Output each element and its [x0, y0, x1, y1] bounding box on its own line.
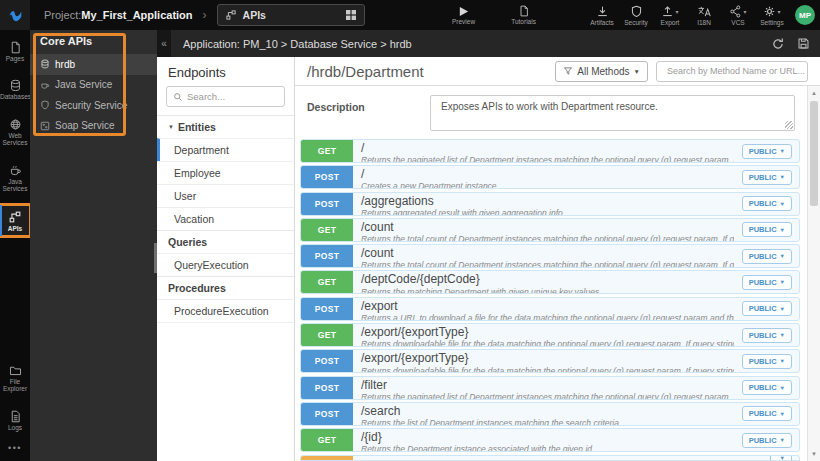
- core-api-item-hrdb[interactable]: hrdb: [30, 54, 157, 75]
- sidebar-item-file-explorer[interactable]: File Explorer: [0, 359, 30, 397]
- section-entities[interactable]: ▼ Entities: [157, 115, 294, 138]
- more-options-button[interactable]: •••: [0, 435, 30, 461]
- scrollbar-thumb[interactable]: [810, 101, 818, 206]
- chevron-down-icon: ▾: [777, 8, 780, 15]
- preview-button[interactable]: Preview: [447, 0, 481, 30]
- section-queries[interactable]: Queries: [157, 230, 294, 253]
- core-panel-scrollbar-thumb[interactable]: [154, 243, 157, 273]
- breadcrumb-bar: « Application: PM_10 > Database Service …: [157, 30, 820, 57]
- access-dropdown[interactable]: ▼: [770, 455, 792, 461]
- endpoints-search-input[interactable]: Search...: [166, 86, 285, 107]
- endpoint-row[interactable]: GET /export/{exportType} Returns downloa…: [300, 323, 800, 347]
- vertical-scrollbar[interactable]: ▲ ▼: [807, 86, 820, 461]
- endpoint-row[interactable]: GET /deptCode/{deptCode} Returns the mat…: [300, 270, 800, 294]
- access-dropdown-label: PUBLIC: [749, 252, 777, 261]
- resize-grip[interactable]: [785, 121, 793, 129]
- endpoint-info: /search Returns the list of Department i…: [353, 403, 742, 425]
- user-avatar[interactable]: MP: [795, 5, 815, 25]
- sidebar-item-web-services[interactable]: Web Services: [0, 113, 30, 151]
- endpoint-row[interactable]: GET /count Returns the total count of De…: [300, 218, 800, 242]
- wavemaker-logo[interactable]: [0, 0, 30, 30]
- access-dropdown[interactable]: PUBLIC ▼: [742, 301, 792, 316]
- entity-item-department[interactable]: Department: [157, 138, 294, 161]
- core-api-item-soap-service[interactable]: Soap Service: [30, 116, 157, 137]
- method-search-placeholder: Search by Method Name or URL...: [667, 66, 805, 76]
- log-file-icon: [9, 410, 22, 423]
- query-item-queryexecution[interactable]: QueryExecution: [157, 253, 294, 276]
- access-dropdown[interactable]: PUBLIC ▼: [742, 249, 792, 264]
- methods-filter-dropdown[interactable]: All Methods ▼: [555, 61, 648, 82]
- procedure-item-procedureexecution[interactable]: ProcedureExecution: [157, 299, 294, 322]
- access-dropdown[interactable]: PUBLIC ▼: [742, 222, 792, 237]
- method-badge: POST: [301, 377, 353, 399]
- grid-icon[interactable]: [345, 9, 357, 21]
- endpoints-search-placeholder: Search...: [187, 91, 225, 102]
- chevron-down-icon: ▾: [675, 8, 678, 15]
- vcs-button[interactable]: ▾ VCS: [721, 0, 755, 30]
- search-icon: [173, 92, 183, 102]
- endpoint-row[interactable]: POST /count Returns the total count of D…: [300, 244, 800, 268]
- endpoint-row[interactable]: ▼: [300, 455, 800, 461]
- caret-down-icon: ▼: [780, 253, 785, 259]
- export-button[interactable]: ▾ Export: [653, 0, 687, 30]
- endpoint-path: /deptCode/{deptCode}: [361, 273, 734, 286]
- endpoint-row[interactable]: POST /filter Returns the paginated list …: [300, 376, 800, 400]
- sidebar-item-pages[interactable]: Pages: [0, 36, 30, 66]
- settings-button[interactable]: ▾ Settings: [755, 0, 789, 30]
- gear-icon: [763, 5, 776, 18]
- collapse-panel-button[interactable]: «: [157, 30, 171, 57]
- access-dropdown[interactable]: PUBLIC ▼: [742, 406, 792, 421]
- section-procedures[interactable]: Procedures: [157, 276, 294, 299]
- entity-item-user[interactable]: User: [157, 184, 294, 207]
- access-dropdown[interactable]: PUBLIC ▼: [742, 170, 792, 185]
- core-api-item-security-service[interactable]: Security Service: [30, 95, 157, 116]
- project-label: Project:: [44, 9, 81, 21]
- entity-item-vacation[interactable]: Vacation: [157, 207, 294, 230]
- tab-apis-label: APIs: [243, 9, 266, 21]
- refresh-button[interactable]: [771, 37, 785, 51]
- coffee-icon: [40, 80, 50, 90]
- endpoint-description: Returns the total count of Department in…: [361, 260, 734, 267]
- security-button[interactable]: Security: [619, 0, 653, 30]
- core-apis-list: hrdb Java Service Security Service: [30, 54, 157, 136]
- access-dropdown[interactable]: PUBLIC ▼: [742, 328, 792, 343]
- refresh-icon: [771, 37, 785, 51]
- access-dropdown[interactable]: PUBLIC ▼: [742, 380, 792, 395]
- caret-down-icon: ▼: [780, 201, 785, 207]
- access-dropdown[interactable]: PUBLIC ▼: [742, 275, 792, 290]
- save-button[interactable]: [797, 37, 810, 50]
- endpoint-row[interactable]: POST / Creates a new Department instance…: [300, 165, 800, 189]
- project-name: My_First_Application: [81, 9, 192, 21]
- sidebar-item-databases[interactable]: Databases: [0, 74, 30, 104]
- scroll-up-arrow[interactable]: ▲: [808, 88, 820, 98]
- access-dropdown[interactable]: PUBLIC ▼: [742, 433, 792, 448]
- method-search-input[interactable]: Search by Method Name or URL...: [656, 61, 808, 82]
- core-api-item-java-service[interactable]: Java Service: [30, 75, 157, 96]
- endpoint-row[interactable]: POST /search Returns the list of Departm…: [300, 402, 800, 426]
- sidebar-item-apis[interactable]: APIs: [0, 205, 30, 236]
- access-dropdown[interactable]: PUBLIC ▼: [742, 144, 792, 159]
- endpoint-row[interactable]: POST /export/{exportType} Returns downlo…: [300, 349, 800, 373]
- caret-down-icon: ▼: [780, 227, 785, 233]
- endpoint-row[interactable]: GET /{id} Returns the Department instanc…: [300, 428, 800, 452]
- caret-down-icon: ▼: [780, 411, 785, 417]
- access-dropdown[interactable]: PUBLIC ▼: [742, 354, 792, 369]
- project-selector[interactable]: Project:My_First_Application: [44, 9, 193, 21]
- artifacts-button[interactable]: Artifacts: [585, 0, 619, 30]
- chevron-down-icon: ▾: [743, 8, 746, 15]
- page-title: /hrdb/Department: [307, 63, 424, 80]
- sidebar-item-java-services[interactable]: Java Services: [0, 159, 30, 197]
- entity-item-employee[interactable]: Employee: [157, 161, 294, 184]
- description-input[interactable]: Exposes APIs to work with Department res…: [430, 95, 795, 131]
- tab-apis[interactable]: APIs: [217, 4, 365, 26]
- sidebar-item-logs[interactable]: Logs: [0, 405, 30, 435]
- endpoints-title: Endpoints: [157, 57, 294, 86]
- i18n-button[interactable]: I18N: [687, 0, 721, 30]
- endpoint-row[interactable]: POST /aggregations Returns aggregated re…: [300, 192, 800, 216]
- endpoint-row[interactable]: GET / Returns the paginated list of Depa…: [300, 139, 800, 163]
- endpoint-row[interactable]: POST /export Returns a URL to download a…: [300, 297, 800, 321]
- endpoint-path: /: [361, 168, 734, 181]
- tutorials-button[interactable]: Tutorials: [507, 0, 541, 30]
- access-dropdown[interactable]: PUBLIC ▼: [742, 196, 792, 211]
- scroll-down-arrow[interactable]: ▼: [808, 449, 820, 459]
